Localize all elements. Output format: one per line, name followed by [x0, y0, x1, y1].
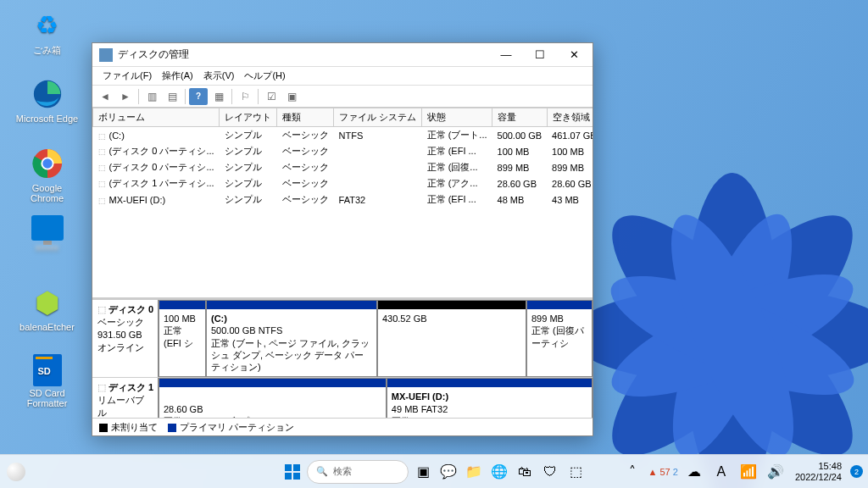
menu-view[interactable]: 表示(V) — [198, 68, 240, 84]
disk-graphical-view[interactable]: ディスク 0 ベーシック 931.50 GB オンライン 100 MB正常 (E… — [92, 300, 593, 419]
window-title: ディスクの管理 — [118, 47, 489, 62]
taskbar-app-security[interactable]: 🛡 — [539, 461, 561, 483]
back-button[interactable]: ◄ — [96, 88, 114, 105]
forward-button[interactable]: ► — [116, 88, 135, 105]
titlebar[interactable]: ディスクの管理 — ☐ ✕ — [92, 43, 593, 67]
column-headers[interactable]: ボリューム レイアウト 種類 ファイル システム 状態 容量 空き領域 空き領域… — [93, 108, 593, 127]
disk-1-info: ディスク 1 リムーバブル 28.65 GB オンライン — [92, 378, 159, 419]
maximize-button[interactable]: ☐ — [523, 43, 557, 67]
volume-row[interactable]: (ディスク 0 パーティシ...シンプルベーシック正常 (回復...899 MB… — [93, 159, 593, 175]
menubar: ファイル(F) 操作(A) 表示(V) ヘルプ(H) — [92, 67, 593, 86]
tray-stock[interactable]: ▲ 57 2 — [648, 467, 678, 477]
svg-point-11 — [42, 158, 52, 168]
disk0-partition-efi[interactable]: 100 MB正常 (EFI シ — [159, 300, 206, 377]
taskbar-app-diskmgmt[interactable]: ⬚ — [565, 461, 587, 483]
desktop-icon-sdformatter[interactable]: SD Card Formatter — [15, 354, 79, 408]
taskbar-app-store[interactable]: 🛍 — [514, 461, 536, 483]
notification-badge[interactable]: 2 — [850, 465, 863, 478]
toolbar-btn-1[interactable]: ▥ — [142, 88, 161, 105]
monitor-icon — [31, 215, 64, 241]
disk-row-1[interactable]: ディスク 1 リムーバブル 28.65 GB オンライン 28.60 GB正常 … — [92, 378, 593, 419]
taskbar-app-chat[interactable]: 💬 — [437, 461, 459, 483]
desktop-icon-balena[interactable]: ⬢balenaEtcher — [15, 285, 79, 332]
desktop-icon-recycle-bin[interactable]: ♻ごみ箱 — [15, 7, 79, 57]
taskbar-clock[interactable]: 15:482022/12/24 — [792, 461, 845, 482]
toolbar-btn-5[interactable]: ☑ — [262, 88, 281, 105]
help-icon[interactable]: ? — [189, 88, 208, 105]
desktop-icon-edge[interactable]: Microsoft Edge — [15, 76, 79, 124]
system-tray: ˄ ▲ 57 2 ☁ A 📶 🔊 15:482022/12/24 2 — [621, 461, 863, 483]
desktop-icon-unknown[interactable]: xxxxx — [15, 215, 79, 252]
disk0-unallocated[interactable]: 430.52 GB — [377, 300, 526, 377]
menu-file[interactable]: ファイル(F) — [97, 68, 157, 84]
toolbar: ◄ ► ▥ ▤ ? ▦ ⚐ ☑ ▣ — [92, 86, 593, 108]
legend: 未割り当て プライマリ パーティション — [92, 419, 593, 435]
disk1-partition-mxuefi[interactable]: MX-UEFI (D:)49 MB FAT32正常 (EFI システム パーテ — [387, 378, 593, 419]
disk1-partition-1[interactable]: 28.60 GB正常 (アクティブ, プライマリ パーティション) — [159, 378, 387, 419]
sdcard-icon — [33, 354, 62, 386]
taskbar[interactable]: 🔍検索 ▣ 💬 📁 🌐 🛍 🛡 ⬚ ˄ ▲ 57 2 ☁ A 📶 🔊 15:48… — [0, 454, 868, 488]
tray-ime-icon[interactable]: A — [710, 461, 732, 483]
taskbar-app-explorer[interactable]: 📁 — [463, 461, 485, 483]
menu-action[interactable]: 操作(A) — [157, 68, 198, 84]
edge-icon — [30, 76, 65, 112]
volume-row[interactable]: (C:)シンプルベーシックNTFS正常 (ブート...500.00 GB461.… — [93, 127, 593, 144]
tray-overflow[interactable]: ˄ — [621, 461, 643, 483]
taskbar-weather[interactable] — [7, 463, 25, 481]
toolbar-btn-3[interactable]: ▦ — [209, 88, 228, 105]
volume-row[interactable]: MX-UEFI (D:)シンプルベーシックFAT32正常 (EFI ...48 … — [93, 191, 593, 208]
search-icon: 🔍 — [316, 466, 328, 477]
weather-icon — [7, 463, 25, 481]
recycle-bin-icon: ♻ — [30, 7, 65, 42]
disk-0-info: ディスク 0 ベーシック 931.50 GB オンライン — [92, 300, 159, 377]
desktop-icon-chrome[interactable]: Google Chrome — [15, 146, 79, 203]
volume-list[interactable]: ボリューム レイアウト 種類 ファイル システム 状態 容量 空き領域 空き領域… — [92, 108, 593, 300]
toolbar-btn-4[interactable]: ⚐ — [236, 88, 254, 105]
minimize-button[interactable]: — — [489, 43, 523, 67]
close-button[interactable]: ✕ — [557, 43, 591, 67]
chrome-icon — [30, 146, 65, 181]
tray-network-icon[interactable]: 📶 — [737, 461, 760, 483]
toolbar-btn-2[interactable]: ▤ — [163, 88, 181, 105]
disk0-partition-recovery[interactable]: 899 MB正常 (回復パーティシ — [526, 300, 593, 377]
task-view-button[interactable]: ▣ — [412, 461, 434, 483]
start-button[interactable] — [281, 461, 303, 483]
tray-onedrive-icon[interactable]: ☁ — [683, 461, 705, 483]
volume-row[interactable]: (ディスク 1 パーティシ...シンプルベーシック正常 (アク...28.60 … — [93, 175, 593, 191]
disk0-partition-c[interactable]: (C:)500.00 GB NTFS正常 (ブート, ページ ファイル, クラッ… — [206, 300, 377, 377]
disk-management-window: ディスクの管理 — ☐ ✕ ファイル(F) 操作(A) 表示(V) ヘルプ(H)… — [92, 42, 593, 436]
toolbar-btn-6[interactable]: ▣ — [282, 88, 301, 105]
taskbar-search[interactable]: 🔍検索 — [307, 460, 409, 484]
taskbar-app-edge[interactable]: 🌐 — [488, 461, 510, 483]
disk-row-0[interactable]: ディスク 0 ベーシック 931.50 GB オンライン 100 MB正常 (E… — [92, 300, 593, 378]
tray-volume-icon[interactable]: 🔊 — [765, 461, 787, 483]
volume-row[interactable]: (ディスク 0 パーティシ...シンプルベーシック正常 (EFI ...100 … — [93, 143, 593, 159]
app-icon — [99, 48, 113, 62]
cube-icon: ⬢ — [30, 285, 65, 320]
menu-help[interactable]: ヘルプ(H) — [239, 68, 290, 84]
